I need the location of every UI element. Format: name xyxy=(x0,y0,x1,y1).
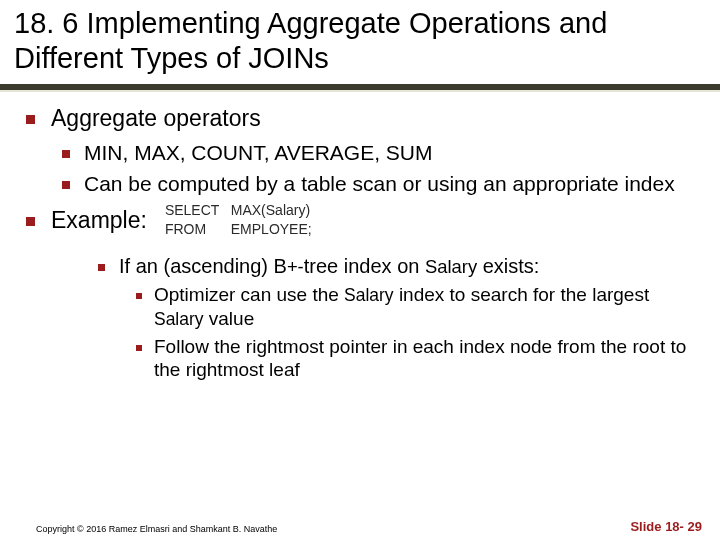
slide: 18. 6 Implementing Aggregate Operations … xyxy=(0,0,720,540)
bullet-example: Example: xyxy=(26,206,147,235)
bullet-icon xyxy=(26,115,35,124)
bullet-optimizer: Optimizer can use the Salary index to se… xyxy=(136,283,694,331)
bullet-text: Can be computed by a table scan or using… xyxy=(84,171,694,197)
slide-title: 18. 6 Implementing Aggregate Operations … xyxy=(14,6,706,76)
bullet-text: MIN, MAX, COUNT, AVERAGE, SUM xyxy=(84,140,694,166)
bullet-icon xyxy=(62,150,70,158)
bullet-icon xyxy=(26,217,35,226)
bullet-icon xyxy=(98,264,105,271)
bullet-text: Example: xyxy=(51,206,147,235)
example-row: Example: SELECT MAX(Salary) FROM EMPLOYE… xyxy=(26,201,694,240)
bullet-text: Follow the rightmost pointer in each ind… xyxy=(154,335,694,383)
sql-line-select: SELECT MAX(Salary) xyxy=(165,201,312,221)
bullet-follow-pointer: Follow the rightmost pointer in each ind… xyxy=(136,335,694,383)
bullet-icon xyxy=(62,181,70,189)
sql-from-kw: FROM xyxy=(165,220,227,240)
bullet-text: Optimizer can use the Salary index to se… xyxy=(154,283,694,331)
bullet-computed-by: Can be computed by a table scan or using… xyxy=(62,171,694,197)
bullet-ops-list: MIN, MAX, COUNT, AVERAGE, SUM xyxy=(62,140,694,166)
bullet-icon xyxy=(136,345,142,351)
bullet-aggregate-operators: Aggregate operators xyxy=(26,104,694,133)
sql-from-val: EMPLOYEE; xyxy=(231,221,312,237)
bullet-if-index: If an (ascending) B+-tree index on Salar… xyxy=(98,254,694,279)
bullet-icon xyxy=(136,293,142,299)
bullet-text: Aggregate operators xyxy=(51,104,694,133)
sql-select-kw: SELECT xyxy=(165,201,227,221)
slide-body: Aggregate operators MIN, MAX, COUNT, AVE… xyxy=(0,90,720,383)
title-area: 18. 6 Implementing Aggregate Operations … xyxy=(0,0,720,90)
sql-line-from: FROM EMPLOYEE; xyxy=(165,220,312,240)
copyright-footer: Copyright © 2016 Ramez Elmasri and Shamk… xyxy=(36,524,277,534)
bullet-text: If an (ascending) B+-tree index on Salar… xyxy=(119,254,694,279)
slide-number: Slide 18- 29 xyxy=(630,519,702,534)
sql-select-val: MAX(Salary) xyxy=(231,202,310,218)
sql-snippet: SELECT MAX(Salary) FROM EMPLOYEE; xyxy=(165,201,312,240)
